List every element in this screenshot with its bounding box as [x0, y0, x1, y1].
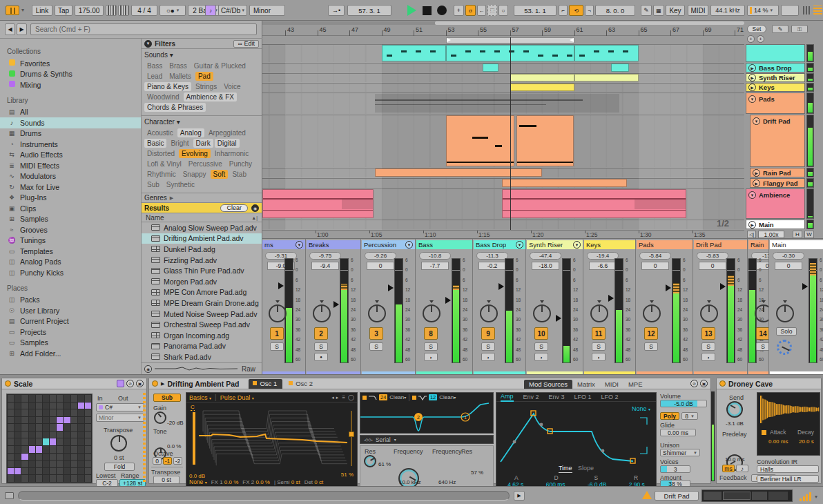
arrangement-clip[interactable]	[574, 45, 639, 61]
track-fold-icon[interactable]: ▶	[753, 180, 760, 187]
scale-grid-cell[interactable]	[85, 403, 91, 409]
gain-value[interactable]: -20 dB	[167, 420, 184, 426]
pan-knob[interactable]	[423, 304, 440, 322]
track-header-synth-riser[interactable]: ▶Synth Riser	[746, 73, 805, 82]
fold-button[interactable]: Fold	[104, 463, 135, 471]
scale-grid-cell[interactable]	[85, 468, 91, 475]
wavetable-device-title[interactable]: Drifting Ambient Pad	[167, 380, 239, 388]
volume-value-field[interactable]: -18.0	[532, 262, 559, 270]
fader-handle[interactable]	[388, 284, 394, 291]
scale-grid-cell[interactable]	[21, 454, 28, 461]
cue-volume-knob[interactable]	[777, 340, 792, 355]
scale-grid-cell[interactable]	[71, 403, 77, 409]
scale-grid-cell[interactable]	[21, 461, 28, 467]
scale-grid-cell[interactable]	[64, 438, 70, 445]
scale-name-menu[interactable]: Minor▼	[96, 414, 144, 422]
browser-back-button[interactable]: ◀	[5, 23, 15, 35]
track-header-flangy-pad[interactable]: ▶Flangy Pad	[750, 178, 805, 188]
remove-automation-lane-button[interactable]: +	[757, 35, 764, 43]
filter-tag-piano-keys[interactable]: Piano & Keys	[144, 82, 191, 91]
arrangement-clip[interactable]	[510, 84, 574, 91]
arm-button[interactable]: ●	[314, 353, 328, 361]
volume-fader[interactable]	[726, 258, 735, 363]
sidebar-item-max-for-live[interactable]: ↻Max for Live	[7, 182, 141, 193]
track-number-badge[interactable]: 14	[756, 327, 769, 340]
track-number-badge[interactable]: 10	[534, 327, 548, 340]
scale-grid-cell[interactable]	[85, 475, 91, 482]
scale-grid-cell[interactable]	[64, 403, 70, 409]
fader-handle[interactable]	[608, 295, 614, 302]
peak-level-display[interactable]: -0.30	[773, 252, 804, 260]
scale-grid-cell[interactable]	[50, 461, 56, 467]
arrangement-clip[interactable]	[574, 74, 639, 81]
scale-grid-cell[interactable]	[78, 424, 84, 431]
arrangement-track-lane[interactable]	[262, 83, 744, 92]
env-tab-amp[interactable]: Amp	[501, 393, 514, 402]
filter1-circuit-menu[interactable]: Clean▾	[389, 394, 406, 400]
track-header-group[interactable]	[746, 44, 805, 62]
tab-osc2[interactable]: Osc 2	[284, 379, 318, 389]
solo-button[interactable]: S	[534, 342, 548, 351]
scale-root-menu[interactable]: C#▼	[96, 403, 144, 411]
scale-grid-cell[interactable]	[64, 424, 70, 431]
browser-file-item[interactable]: Dunkel Pad.adg	[142, 244, 262, 255]
fader-handle[interactable]	[333, 301, 339, 308]
filter-routing-menu[interactable]: -○○-Serial▾	[360, 435, 494, 444]
scale-grid-cell[interactable]	[29, 475, 35, 482]
volume-value-field[interactable]: -7.7	[421, 262, 449, 270]
browser-file-item[interactable]: Panorama Pad.adv	[142, 341, 262, 352]
scale-grid-cell[interactable]	[29, 403, 35, 409]
scale-grid-cell[interactable]	[14, 395, 21, 402]
sub-wave-menu[interactable]: None ▾	[189, 478, 207, 485]
filter-tag-mallets[interactable]: Mallets	[166, 72, 194, 81]
freq1-value[interactable]: 10.0 kHz	[399, 479, 421, 485]
filter-tag-distorted[interactable]: Distorted	[144, 149, 177, 158]
volume-fader[interactable]	[809, 258, 817, 363]
sidebar-item-clips[interactable]: ▣Clips	[7, 203, 141, 214]
filter-group-header[interactable]: Character ▾	[142, 116, 262, 126]
scale-grid-cell[interactable]	[29, 409, 35, 416]
volume-value-field[interactable]: 0	[699, 262, 726, 270]
monitor-button[interactable]: ◗	[481, 353, 495, 361]
scale-grid-cell[interactable]	[8, 417, 14, 424]
wavetable-expand-icon[interactable]: ▶	[161, 381, 164, 387]
predelay-ms-button[interactable]: ms	[722, 465, 735, 472]
scale-grid-cell[interactable]	[8, 461, 14, 467]
mixer-strip-header[interactable]: Percussion▼	[362, 240, 415, 249]
scale-grid-cell[interactable]	[57, 403, 63, 409]
sidebar-item-midi-effects[interactable]: ≣MIDI Effects	[7, 160, 141, 171]
scale-grid-cell[interactable]	[85, 424, 91, 431]
freq2-value[interactable]: 640 Hz	[438, 479, 456, 485]
fx2-control[interactable]: FX 2 0.0 %	[242, 479, 270, 485]
scale-grid-cell[interactable]	[14, 446, 21, 453]
mixer-strip-bass-drop[interactable]: Bass Drop▼-11.3-0.260612182430364248609S…	[474, 239, 526, 375]
scale-grid-cell[interactable]	[64, 461, 70, 467]
scale-grid-cell[interactable]	[21, 438, 28, 445]
track-number-badge[interactable]: 12	[644, 327, 658, 340]
semi-control[interactable]: | Semi 0 st	[274, 479, 300, 485]
mixer-strip-header[interactable]: Bass Drop▼	[474, 240, 525, 249]
filter-tag-percussive[interactable]: Percussive	[186, 159, 225, 168]
key-map-button[interactable]: Key	[666, 5, 685, 16]
raw-label[interactable]: Raw	[242, 365, 255, 373]
expand-clip-view-button[interactable]: ▶	[514, 491, 525, 501]
sidebar-item-plug-ins[interactable]: ❖Plug-Ins	[7, 193, 141, 204]
scale-grid-cell[interactable]	[57, 409, 63, 416]
filter2-toggle[interactable]	[412, 396, 416, 400]
monitor-button[interactable]: ◗	[592, 353, 606, 361]
fader-handle[interactable]	[666, 284, 671, 291]
scale-grid-cell[interactable]	[21, 403, 28, 409]
draw-pencil-button[interactable]: ✎	[641, 5, 652, 16]
track-fold-icon[interactable]: ▶	[753, 169, 760, 177]
punch-out-button[interactable]: ¬	[585, 5, 594, 16]
ir-name-menu[interactable]: Berliner Hall LR	[757, 475, 819, 483]
scale-device-power[interactable]	[5, 380, 11, 387]
track-header-rain-pad[interactable]: ▶Rain Pad	[750, 168, 805, 177]
scale-grid-cell[interactable]	[64, 417, 70, 424]
scale-grid-cell[interactable]	[8, 438, 14, 445]
scale-grid-cell[interactable]	[36, 454, 42, 461]
mixer-strip-pads[interactable]: Pads-5.840606121824303642486012S	[637, 239, 693, 375]
scale-grid-cell[interactable]	[14, 468, 21, 475]
env-tab-lfo-1[interactable]: LFO 1	[574, 394, 592, 400]
scale-grid-cell[interactable]	[8, 454, 14, 461]
